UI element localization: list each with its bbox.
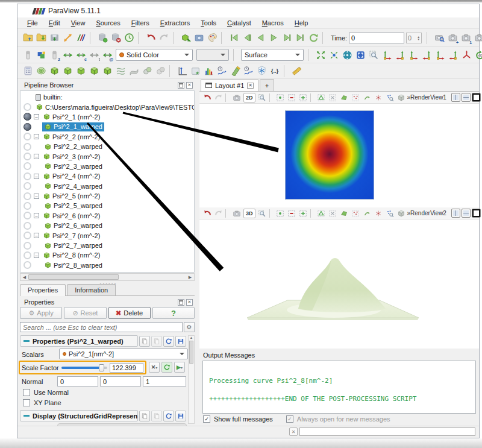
save-defaults-button[interactable] bbox=[175, 336, 186, 347]
pipeline-item[interactable]: Psi^2_2_warped bbox=[20, 142, 194, 151]
close-tab-icon[interactable]: ✕ bbox=[247, 83, 254, 89]
visibility-off-eye-icon[interactable] bbox=[23, 182, 31, 190]
grow-selection-icon[interactable] bbox=[396, 208, 407, 219]
isometric-view-icon[interactable] bbox=[460, 48, 473, 62]
capture-screenshot-icon[interactable] bbox=[231, 208, 242, 219]
plot-selection-over-time-filter-icon[interactable] bbox=[242, 65, 255, 78]
disconnect-server-icon[interactable] bbox=[109, 31, 122, 45]
normal-z-field[interactable]: 1 bbox=[143, 376, 186, 386]
slice-filter-icon[interactable] bbox=[61, 65, 74, 78]
visibility-off-eye-icon[interactable] bbox=[23, 172, 31, 180]
extract-group-filter-icon[interactable] bbox=[154, 65, 167, 78]
set-view-plus-z-icon[interactable] bbox=[433, 48, 446, 62]
pipeline-item[interactable]: –Psi^2_4 (nm^-2) bbox=[20, 171, 194, 181]
pipeline-item[interactable]: Psi^2_7_warped bbox=[20, 241, 194, 250]
close-icon[interactable]: ✕ bbox=[186, 82, 193, 89]
restore-display-defaults-button[interactable] bbox=[163, 411, 174, 421]
scale-factor-value[interactable]: 122.399 bbox=[110, 363, 143, 373]
slider-handle[interactable] bbox=[99, 364, 104, 371]
pipeline-item[interactable]: Psi^2_3_warped bbox=[20, 162, 194, 171]
stream-tracer-filter-icon[interactable] bbox=[114, 65, 127, 78]
set-view-minus-z-icon[interactable] bbox=[446, 48, 460, 62]
menu-extractors[interactable]: Extractors bbox=[155, 18, 195, 28]
pipeline-item[interactable]: –Psi^2_7 (nm^-2) bbox=[20, 230, 194, 240]
visibility-off-eye-icon[interactable] bbox=[23, 162, 31, 170]
collapse-expander-icon[interactable]: – bbox=[34, 253, 39, 258]
color-palette-icon[interactable] bbox=[205, 31, 219, 45]
color-by-combo[interactable]: Solid Color bbox=[116, 49, 193, 61]
menu-edit[interactable]: Edit bbox=[44, 18, 65, 28]
scale-factor-slider[interactable] bbox=[61, 364, 107, 371]
pipeline-item[interactable]: builtin: bbox=[20, 92, 194, 102]
plot-over-line-filter-icon[interactable] bbox=[175, 65, 189, 78]
extract-selection-filter-icon[interactable] bbox=[189, 65, 202, 78]
play-icon[interactable] bbox=[267, 31, 280, 45]
tab-properties[interactable]: Properties bbox=[20, 284, 66, 296]
scrollbar-thumb[interactable] bbox=[189, 341, 193, 364]
collapse-expander-icon[interactable]: – bbox=[34, 194, 39, 199]
component-combo[interactable] bbox=[196, 49, 229, 61]
visibility-off-eye-icon[interactable] bbox=[23, 261, 31, 269]
add-layout-tab[interactable]: + bbox=[260, 79, 274, 91]
group-datasets-filter-icon[interactable] bbox=[140, 65, 154, 78]
reset-button[interactable]: ⊘Reset bbox=[64, 307, 106, 319]
reset-camera-icon[interactable] bbox=[340, 48, 354, 62]
pipeline-horizontal-scrollbar[interactable]: ◀ ▶ bbox=[20, 273, 195, 281]
glyph-filter-icon[interactable] bbox=[101, 65, 114, 78]
select-cells-polygon-icon[interactable] bbox=[316, 92, 327, 103]
select-points-on-icon[interactable] bbox=[286, 208, 298, 219]
previous-frame-icon[interactable] bbox=[240, 31, 254, 45]
grow-selection-icon[interactable] bbox=[396, 92, 407, 103]
copy-properties-button[interactable] bbox=[139, 336, 150, 347]
select-cells-polygon-icon[interactable] bbox=[316, 208, 327, 219]
play-backward-icon[interactable] bbox=[254, 31, 267, 45]
rescale-to-data-range-icon[interactable] bbox=[61, 48, 74, 62]
split-horizontal-button[interactable] bbox=[451, 209, 460, 218]
temporal-interpolator-filter-icon[interactable] bbox=[255, 65, 268, 78]
set-view-minus-y-icon[interactable] bbox=[420, 48, 433, 62]
time-index-spinner[interactable]: 0▲▼ bbox=[406, 33, 422, 43]
camera-undo-icon[interactable] bbox=[201, 92, 213, 103]
rescale-to-visible-range-icon[interactable]: t bbox=[87, 48, 101, 62]
menu-sources[interactable]: Sources bbox=[91, 18, 125, 28]
scroll-right-icon[interactable]: ▶ bbox=[186, 274, 194, 280]
undo-icon[interactable] bbox=[144, 31, 157, 45]
rescale-scale-factor-button[interactable] bbox=[161, 362, 172, 373]
interactive-select-cells-icon[interactable] bbox=[350, 208, 362, 219]
collapse-expander-icon[interactable]: – bbox=[34, 174, 39, 179]
reset-camera-closest-icon[interactable] bbox=[354, 48, 367, 62]
xy-plane-checkbox[interactable] bbox=[23, 399, 30, 406]
use-separate-color-map-icon[interactable]: 2 bbox=[48, 48, 61, 62]
scroll-left-icon[interactable]: ◀ bbox=[20, 274, 28, 280]
always-open-checkbox[interactable]: ✓ bbox=[286, 415, 293, 423]
maximize-view-button[interactable] bbox=[472, 209, 481, 218]
select-cells-through-icon[interactable] bbox=[298, 92, 309, 103]
undock-icon[interactable] bbox=[178, 299, 184, 306]
plot-data-over-time-filter-icon[interactable] bbox=[215, 65, 228, 78]
menu-file[interactable]: File bbox=[22, 18, 43, 28]
warp-by-scalar-filter-icon[interactable] bbox=[127, 65, 140, 78]
loop-animation-icon[interactable] bbox=[307, 31, 320, 45]
rotate-90-clockwise-icon[interactable] bbox=[473, 48, 482, 62]
auto-apply-icon[interactable] bbox=[179, 31, 192, 45]
collapse-expander-icon[interactable]: – bbox=[34, 233, 39, 238]
interactive-select-points-icon[interactable] bbox=[362, 208, 373, 219]
hover-cells-icon[interactable] bbox=[373, 208, 384, 219]
set-view-plus-y-icon[interactable] bbox=[407, 48, 420, 62]
visibility-off-eye-icon[interactable] bbox=[23, 232, 31, 239]
set-view-plus-x-icon[interactable] bbox=[380, 48, 393, 62]
pipeline-item[interactable]: –Psi^2_8 (nm^-2) bbox=[20, 250, 194, 260]
visibility-off-eye-icon[interactable] bbox=[23, 133, 31, 140]
search-input[interactable] bbox=[20, 322, 183, 332]
connect-server-icon[interactable] bbox=[96, 31, 109, 45]
contour-filter-icon[interactable] bbox=[34, 65, 48, 78]
paraview-splash-icon[interactable] bbox=[74, 31, 87, 45]
zoom-out-axes-icon[interactable] bbox=[314, 48, 327, 62]
select-points-on-icon[interactable] bbox=[286, 92, 298, 103]
pipeline-item[interactable]: –Psi^2_6 (nm^-2) bbox=[20, 211, 194, 221]
normal-x-field[interactable]: 0 bbox=[57, 376, 98, 386]
hover-cells-icon[interactable] bbox=[373, 92, 384, 103]
camera-redo-icon[interactable] bbox=[213, 208, 224, 219]
copy-display-button[interactable] bbox=[139, 411, 150, 421]
split-vertical-button[interactable] bbox=[462, 93, 471, 102]
